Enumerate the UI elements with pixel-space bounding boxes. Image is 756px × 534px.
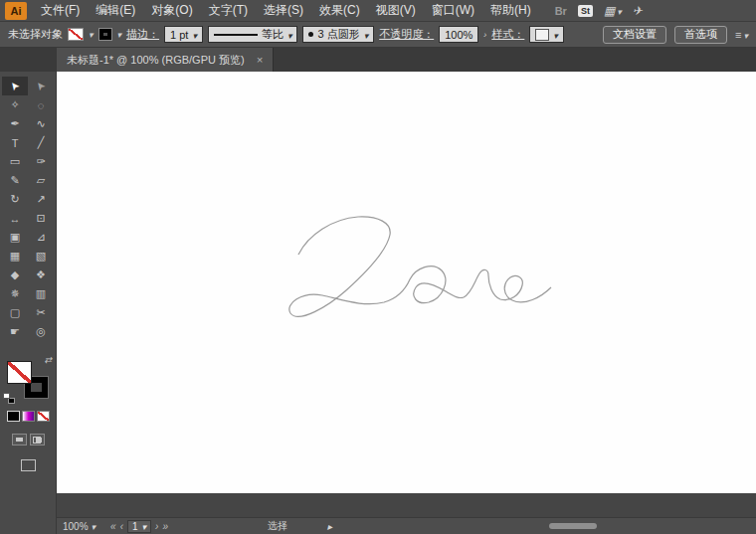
- free-transform-tool[interactable]: ⊡: [28, 209, 54, 228]
- panel-menu-icon: [735, 29, 741, 41]
- hand-tool[interactable]: ☛: [2, 322, 28, 341]
- column-graph-tool[interactable]: ▥: [28, 284, 54, 303]
- chevron-down-icon: [92, 521, 96, 532]
- gradient-button[interactable]: [22, 411, 35, 422]
- status-bar: 100% 1 选择: [57, 517, 756, 534]
- drawing-modes: [12, 434, 45, 445]
- slice-tool[interactable]: ✂: [28, 303, 54, 322]
- line-segment-tool[interactable]: ╱: [28, 133, 54, 152]
- menu-item[interactable]: 窗口(W): [424, 0, 482, 22]
- preferences-button[interactable]: 首选项: [674, 26, 727, 44]
- selection-tool[interactable]: ➤: [2, 77, 28, 95]
- artboard-navigation: 1: [110, 520, 168, 533]
- menu-item[interactable]: 文字(T): [201, 0, 256, 22]
- draw-normal-button[interactable]: [12, 434, 27, 445]
- zoom-level-dropdown[interactable]: 100%: [63, 521, 95, 532]
- scale-tool[interactable]: ↗: [28, 190, 54, 209]
- paintbrush-tool[interactable]: ✑: [28, 152, 54, 171]
- swap-fill-stroke-icon[interactable]: [44, 355, 52, 365]
- send-icon: [633, 4, 643, 18]
- profile-value: 等比: [262, 27, 284, 42]
- menubar-icons: Br St: [555, 4, 643, 18]
- rotate-tool[interactable]: ↻: [2, 190, 28, 209]
- curvature-tool[interactable]: ∿: [28, 114, 54, 133]
- type-tool[interactable]: T: [2, 133, 28, 152]
- workspace-switcher[interactable]: [604, 4, 622, 18]
- lasso-tool[interactable]: ◌: [28, 95, 54, 114]
- draw-behind-button[interactable]: [30, 434, 45, 445]
- eyedropper-tool[interactable]: ◆: [2, 266, 28, 284]
- fill-chevron-icon[interactable]: [89, 30, 94, 40]
- love-script-artwork[interactable]: [281, 211, 579, 350]
- color-button[interactable]: [7, 411, 20, 422]
- love-outline-path[interactable]: [289, 217, 551, 316]
- chevron-down-icon: [617, 4, 622, 18]
- direct-selection-tool[interactable]: ➤: [28, 77, 54, 95]
- document-tab-title: 未标题-1* @ 100% (RGB/GPU 预览): [67, 53, 245, 68]
- pen-tool[interactable]: ✒: [2, 114, 28, 133]
- previous-artboard-icon[interactable]: [120, 521, 123, 532]
- status-menu-icon[interactable]: [327, 521, 332, 532]
- artboard-canvas[interactable]: [57, 72, 756, 493]
- stroke-chevron-icon[interactable]: [117, 30, 122, 40]
- document-setup-button[interactable]: 文档设置: [603, 26, 666, 44]
- chevron-down-icon: [287, 29, 292, 41]
- width-tool[interactable]: ↔: [2, 209, 28, 228]
- last-artboard-icon[interactable]: [162, 521, 168, 532]
- menu-item[interactable]: 视图(V): [368, 0, 424, 22]
- opacity-chevron-icon[interactable]: [483, 30, 486, 40]
- style-panel-link[interactable]: 样式：: [491, 27, 524, 42]
- stroke-weight-value: 1 pt: [170, 29, 188, 41]
- share-button[interactable]: [633, 4, 643, 18]
- artboard-number-dropdown[interactable]: 1: [127, 520, 151, 533]
- menu-item[interactable]: 选择(S): [256, 0, 311, 22]
- default-fill-stroke-icon[interactable]: [3, 393, 15, 404]
- zoom-tool[interactable]: ◎: [28, 322, 54, 341]
- controlbar-menu[interactable]: [735, 29, 748, 41]
- status-text: 选择: [268, 519, 287, 533]
- horizontal-scrollbar-thumb[interactable]: [549, 523, 597, 529]
- shape-builder-tool[interactable]: ▣: [2, 228, 28, 247]
- stock-icon[interactable]: St: [578, 5, 593, 17]
- artboard-number-value: 1: [132, 521, 138, 532]
- fill-color-swatch[interactable]: [68, 28, 84, 41]
- brush-definition-dropdown[interactable]: 3 点圆形: [302, 26, 374, 43]
- bridge-icon[interactable]: Br: [555, 5, 567, 17]
- tab-close-icon[interactable]: [257, 54, 263, 66]
- menu-item[interactable]: 帮助(H): [482, 0, 539, 22]
- width-profile-dropdown[interactable]: 等比: [208, 26, 298, 43]
- zoom-level-value: 100%: [63, 521, 89, 532]
- opacity-dropdown[interactable]: 100%: [439, 26, 478, 43]
- document-tab[interactable]: 未标题-1* @ 100% (RGB/GPU 预览): [57, 48, 274, 72]
- stroke-color-swatch[interactable]: [98, 28, 112, 41]
- pencil-tool[interactable]: ✎: [2, 171, 28, 190]
- fill-indicator-none[interactable]: [7, 361, 32, 384]
- mesh-tool[interactable]: ▦: [2, 247, 28, 266]
- stroke-panel-link[interactable]: 描边：: [126, 27, 159, 42]
- stroke-weight-dropdown[interactable]: 1 pt: [164, 26, 203, 43]
- menu-item[interactable]: 编辑(E): [88, 0, 143, 22]
- rectangle-tool[interactable]: ▭: [2, 152, 28, 171]
- perspective-grid-tool[interactable]: ⊿: [28, 228, 54, 247]
- style-dropdown[interactable]: [529, 26, 564, 43]
- first-artboard-icon[interactable]: [110, 521, 116, 532]
- blend-tool[interactable]: ❖: [28, 266, 54, 284]
- opacity-value: 100%: [445, 29, 472, 41]
- screen-mode-button[interactable]: [21, 459, 36, 471]
- tools-panel: ➤ ➤ ✧ ◌ ✒ ∿ T ╱ ▭ ✑: [0, 72, 57, 534]
- style-swatch: [535, 29, 549, 41]
- none-button[interactable]: [37, 411, 50, 422]
- symbol-sprayer-tool[interactable]: ✵: [2, 284, 28, 303]
- menu-list: 文件(F)编辑(E)对象(O)文字(T)选择(S)效果(C)视图(V)窗口(W)…: [33, 0, 539, 22]
- chevron-down-icon: [142, 521, 147, 532]
- menu-item[interactable]: 效果(C): [311, 0, 368, 22]
- next-artboard-icon[interactable]: [155, 521, 158, 532]
- menu-item[interactable]: 对象(O): [143, 0, 200, 22]
- opacity-panel-link[interactable]: 不透明度：: [379, 27, 434, 42]
- magic-wand-tool[interactable]: ✧: [2, 95, 28, 114]
- chevron-down-icon: [364, 29, 369, 41]
- menu-item[interactable]: 文件(F): [33, 0, 88, 22]
- artboard-tool[interactable]: ▢: [2, 303, 28, 322]
- eraser-tool[interactable]: ▱: [28, 171, 54, 190]
- gradient-tool[interactable]: ▧: [28, 247, 54, 266]
